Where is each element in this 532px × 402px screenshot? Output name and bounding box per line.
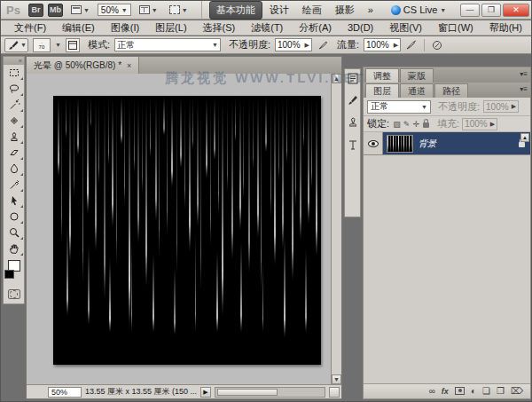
workspace-button-1[interactable]: 设计 xyxy=(263,2,295,19)
scroll-down-icon[interactable]: ▼ xyxy=(332,374,341,384)
airbrush-toggle-icon[interactable] xyxy=(405,39,418,51)
rectangular-marquee-tool[interactable] xyxy=(4,65,24,81)
lasso-tool[interactable] xyxy=(4,81,24,97)
panel-scroll-up-icon[interactable]: ▲ xyxy=(520,133,529,142)
light-streak xyxy=(129,96,130,327)
close-button[interactable]: ✕ xyxy=(503,4,529,17)
path-select-tool[interactable] xyxy=(4,193,24,209)
flow-input[interactable]: 100% ▶ xyxy=(364,38,401,51)
image-canvas[interactable] xyxy=(53,96,321,365)
scrollbar-thumb[interactable] xyxy=(217,389,278,396)
menu-item-6[interactable]: 分析(A) xyxy=(291,20,340,35)
fill-input[interactable]: 100% ▶ xyxy=(462,118,497,130)
zoom-level-dropdown[interactable]: 50% ▼ xyxy=(98,4,131,16)
lock-transparent-button[interactable]: ▨ xyxy=(392,120,402,129)
airbrush-opacity-icon[interactable] xyxy=(317,39,329,51)
brush-panel-button[interactable] xyxy=(346,93,359,106)
eraser-tool[interactable] xyxy=(4,145,24,161)
delete-layer-button[interactable]: ⌦ xyxy=(511,387,523,396)
minimize-button[interactable]: — xyxy=(460,4,480,17)
menu-item-8[interactable]: 视图(V) xyxy=(381,20,430,35)
new-layer-button[interactable]: ❐ xyxy=(497,387,505,396)
workspace-button-2[interactable]: 绘画 xyxy=(296,2,328,19)
layer-visibility-toggle[interactable] xyxy=(364,132,383,154)
tab-layers-2[interactable]: 路径 xyxy=(434,83,468,98)
horizontal-scrollbar[interactable] xyxy=(215,387,325,398)
quick-mask-button[interactable] xyxy=(8,289,20,299)
vertical-scrollbar[interactable]: ▲ ▼ xyxy=(331,74,341,384)
menu-item-5[interactable]: 滤镜(T) xyxy=(243,20,291,35)
magic-wand-tool[interactable] xyxy=(4,97,24,113)
layer-thumbnail[interactable] xyxy=(387,135,413,153)
panel-menu-icon[interactable]: ▾≡ xyxy=(520,85,528,93)
chevron-down-icon: ▼ xyxy=(55,42,61,48)
tab-layers-0[interactable]: 图层 xyxy=(365,83,399,98)
mini-bridge-button[interactable]: Mb xyxy=(48,4,63,17)
blend-mode-select[interactable]: 正常 ▼ xyxy=(114,38,221,51)
menu-item-2[interactable]: 图像(I) xyxy=(103,20,147,35)
link-layers-button[interactable]: ∞ xyxy=(429,387,435,396)
view-extras-button[interactable]: ▼ xyxy=(67,4,93,16)
layer-name[interactable]: 背景 xyxy=(419,138,519,150)
light-streak xyxy=(171,96,173,187)
fill-label: 填充: xyxy=(437,117,459,130)
menu-item-4[interactable]: 选择(S) xyxy=(195,20,244,35)
new-group-button[interactable]: ❏ xyxy=(482,387,490,396)
layer-opacity-input[interactable]: 100% ▶ xyxy=(483,100,519,113)
adjustment-layer-button[interactable]: ◐ xyxy=(471,387,476,396)
status-zoom-input[interactable]: 50% xyxy=(48,387,82,398)
menu-item-7[interactable]: 3D(D) xyxy=(340,21,381,34)
layer-style-fx-button[interactable]: fx xyxy=(442,388,449,396)
chevron-down-icon: ▼ xyxy=(152,7,158,13)
character-panel-button[interactable] xyxy=(346,138,359,151)
tab-layers-1[interactable]: 通道 xyxy=(400,83,434,98)
eyedropper-tool[interactable] xyxy=(4,177,24,193)
lock-pixels-button[interactable]: ✎ xyxy=(402,120,411,129)
tools-collapse-button[interactable]: « xyxy=(4,57,24,65)
add-mask-button[interactable] xyxy=(455,387,465,397)
menu-item-1[interactable]: 编辑(E) xyxy=(54,20,103,35)
shape-tool-tool[interactable] xyxy=(4,209,24,225)
light-streak xyxy=(240,239,242,333)
light-streak xyxy=(112,96,113,227)
workspace-button-3[interactable]: 摄影 xyxy=(329,2,361,19)
workspace-button-0[interactable]: 基本功能 xyxy=(209,1,262,20)
menu-item-10[interactable]: 帮助(H) xyxy=(481,20,530,35)
blur-tool-tool[interactable] xyxy=(4,161,24,177)
menu-item-0[interactable]: 文件(F) xyxy=(6,20,54,35)
arrange-documents-button[interactable]: ▼ xyxy=(136,4,161,16)
workspace-button-4[interactable]: » xyxy=(362,3,379,17)
bridge-launch-button[interactable]: Br xyxy=(28,4,43,17)
tablet-pressure-icon[interactable] xyxy=(431,39,443,51)
screen-mode-button[interactable]: ▼ xyxy=(166,4,192,16)
lock-all-button[interactable] xyxy=(421,119,431,130)
brush-size-preview[interactable]: · 70 xyxy=(33,38,51,52)
panel-menu-icon[interactable]: ▾≡ xyxy=(520,70,528,78)
hand-tool-tool[interactable] xyxy=(4,240,24,256)
menu-item-3[interactable]: 图层(L) xyxy=(147,20,194,35)
opacity-input[interactable]: 100% ▶ xyxy=(275,38,312,51)
close-document-icon[interactable]: × xyxy=(127,61,131,70)
clone-source-panel-button[interactable] xyxy=(346,115,359,129)
menu-item-9[interactable]: 窗口(W) xyxy=(430,20,481,35)
background-color-swatch[interactable] xyxy=(4,270,14,279)
resize-grip[interactable] xyxy=(329,387,340,398)
photoshop-logo: Ps xyxy=(3,4,24,17)
document-tab[interactable]: 光晕 @ 50%(RGB/8) * × xyxy=(27,57,139,74)
arrange-documents-icon xyxy=(139,5,150,14)
status-options-button[interactable]: ▶ xyxy=(200,387,211,398)
layer-blend-mode-select[interactable]: 正常 ▼ xyxy=(367,100,431,114)
clone-stamp-tool[interactable] xyxy=(4,129,24,145)
scroll-up-icon[interactable]: ▲ xyxy=(332,74,341,83)
layer-row-background[interactable]: 背景 xyxy=(364,132,530,155)
lock-position-button[interactable]: ✛ xyxy=(411,120,421,129)
zoom-tool-tool[interactable] xyxy=(4,225,24,240)
tab-adjustments-1[interactable]: 蒙版 xyxy=(400,68,434,83)
healing-brush-tool[interactable] xyxy=(4,113,24,129)
toggle-brush-panel-button[interactable] xyxy=(66,38,80,52)
history-panel-button[interactable] xyxy=(346,71,359,84)
brush-tool-preset-button[interactable]: ▼ xyxy=(4,38,28,52)
tab-adjustments-0[interactable]: 调整 xyxy=(365,68,399,83)
restore-button[interactable]: ❐ xyxy=(481,4,501,17)
cs-live-button[interactable]: CS Live ▼ xyxy=(391,4,446,15)
